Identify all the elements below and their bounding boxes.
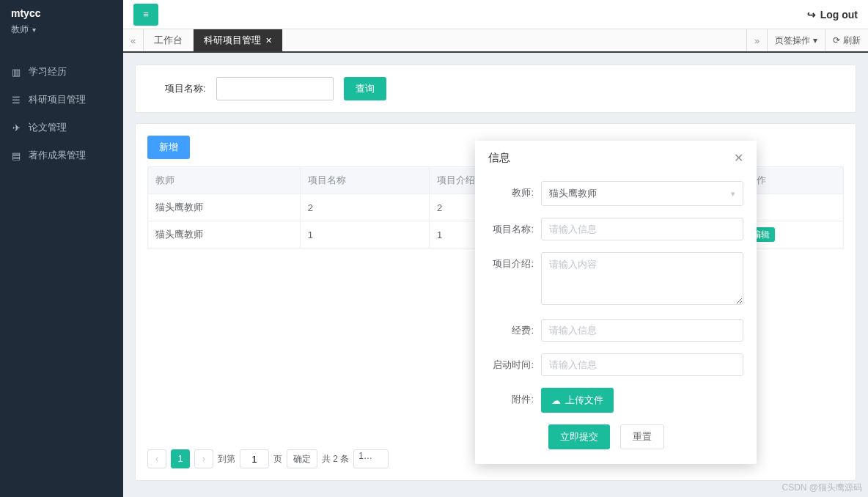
page-prev[interactable]: ‹ [147,449,166,468]
label-intro: 项目介绍: [488,252,541,270]
upload-button[interactable]: ☁ 上传文件 [541,388,614,413]
budget-field[interactable] [541,319,743,342]
list-icon: ☰ [11,95,21,105]
cell-name: 2 [300,194,429,221]
brand: mtycc [0,0,123,21]
modal-title: 信息 [488,151,510,165]
role-dropdown[interactable]: 教师 ▾ [0,21,123,45]
caret-down-icon: ▾ [731,189,735,199]
logout-label: Log out [820,9,858,21]
search-button[interactable]: 查询 [344,77,386,100]
tab-dashboard[interactable]: 工作台 [144,29,194,51]
hamburger-icon: ≡ [143,9,149,20]
project-name-input[interactable] [216,77,334,100]
cell-teacher: 猫头鹰教师 [148,194,301,221]
watermark: CSDN @猫头鹰源码 [781,482,862,494]
teacher-select[interactable]: 猫头鹰教师 ▾ [541,181,743,206]
caret-down-icon: ▾ [32,26,36,34]
page-next[interactable]: › [194,449,213,468]
logout-button[interactable]: ↪ Log out [807,9,858,21]
start-time-field[interactable] [541,353,743,376]
tab-scroll-left[interactable]: « [123,29,144,51]
col-name: 项目名称 [300,167,429,194]
sidebar-item-research[interactable]: ☰ 科研项目管理 [0,86,123,114]
project-intro-field[interactable] [541,252,743,305]
page-size-select[interactable]: 10 条/页 [353,449,389,468]
tab-research[interactable]: 科研项目管理 ✕ [194,29,283,51]
sidebar: mtycc 教师 ▾ ▥ 学习经历 ☰ 科研项目管理 ✈ 论文管理 ▤ 著作成果… [0,0,123,497]
role-label: 教师 [11,24,29,34]
logout-icon: ↪ [807,9,816,21]
chevron-left-icon: ‹ [155,454,158,464]
tab-scroll-right[interactable]: » [746,29,767,51]
label-name: 项目名称: [488,218,541,236]
sidebar-item-label: 著作成果管理 [29,149,86,162]
content: 项目名称: 查询 新增 教师 项目名称 项目介绍 创建时间 操作 [123,53,868,497]
side-menu: ▥ 学习经历 ☰ 科研项目管理 ✈ 论文管理 ▤ 著作成果管理 [0,58,123,169]
total-label: 共 2 条 [322,453,349,465]
refresh-icon: ⟳ [833,35,840,45]
sidebar-item-work[interactable]: ▤ 著作成果管理 [0,141,123,169]
tab-ops-label: 页签操作 [775,34,810,47]
teacher-select-value: 猫头鹰教师 [549,187,597,200]
send-icon: ✈ [11,122,21,133]
menu-toggle-button[interactable]: ≡ [133,4,158,26]
caret-down-icon: ▾ [813,35,817,45]
chevron-double-right-icon: » [754,35,760,46]
add-button[interactable]: 新增 [147,136,190,159]
book-icon: ▥ [11,67,21,77]
close-icon[interactable]: ✕ [265,36,272,45]
sidebar-item-label: 论文管理 [29,121,67,134]
tab-refresh-button[interactable]: ⟳ 刷新 [825,29,868,51]
col-teacher: 教师 [148,167,301,194]
tabbar: « 工作台 科研项目管理 ✕ » 页签操作 ▾ ⟳ 刷新 [123,29,868,53]
label-teacher: 教师: [488,181,541,199]
goto-prefix: 到第 [218,453,235,465]
tab-operations-dropdown[interactable]: 页签操作 ▾ [767,29,825,51]
search-label: 项目名称: [165,82,206,95]
cloud-upload-icon: ☁ [551,395,561,406]
sidebar-item-label: 科研项目管理 [29,93,86,106]
submit-button[interactable]: 立即提交 [548,424,610,449]
sidebar-item-study[interactable]: ▥ 学习经历 [0,58,123,86]
refresh-label: 刷新 [843,34,861,47]
upload-label: 上传文件 [565,394,603,407]
cell-teacher: 猫头鹰教师 [148,221,301,248]
topbar: ≡ ↪ Log out [123,0,868,29]
sidebar-item-paper[interactable]: ✈ 论文管理 [0,114,123,141]
goto-confirm-button[interactable]: 确定 [287,449,317,468]
page-1[interactable]: 1 [171,449,190,468]
tab-label: 工作台 [154,34,183,47]
main: ≡ ↪ Log out « 工作台 科研项目管理 ✕ » 页签操作 [123,0,868,497]
cell-name: 1 [300,221,429,248]
tab-label: 科研项目管理 [204,34,261,47]
archive-icon: ▤ [11,150,21,161]
label-budget: 经费: [488,319,541,337]
label-attachment: 附件: [488,388,541,406]
label-start: 启动时间: [488,353,541,372]
goto-page-input[interactable] [240,449,269,468]
reset-button[interactable]: 重置 [620,424,664,449]
modal-dialog: 信息 ✕ 教师: 猫头鹰教师 ▾ 项目名称: [475,141,757,464]
chevron-right-icon: › [202,454,205,464]
modal-header: 信息 ✕ [475,141,757,175]
project-name-field[interactable] [541,218,743,240]
modal-close-button[interactable]: ✕ [734,151,743,165]
search-panel: 项目名称: 查询 [135,65,856,113]
chevron-double-left-icon: « [130,35,136,46]
sidebar-item-label: 学习经历 [29,65,67,78]
goto-suffix: 页 [273,453,282,465]
modal-body: 教师: 猫头鹰教师 ▾ 项目名称: [475,175,757,464]
